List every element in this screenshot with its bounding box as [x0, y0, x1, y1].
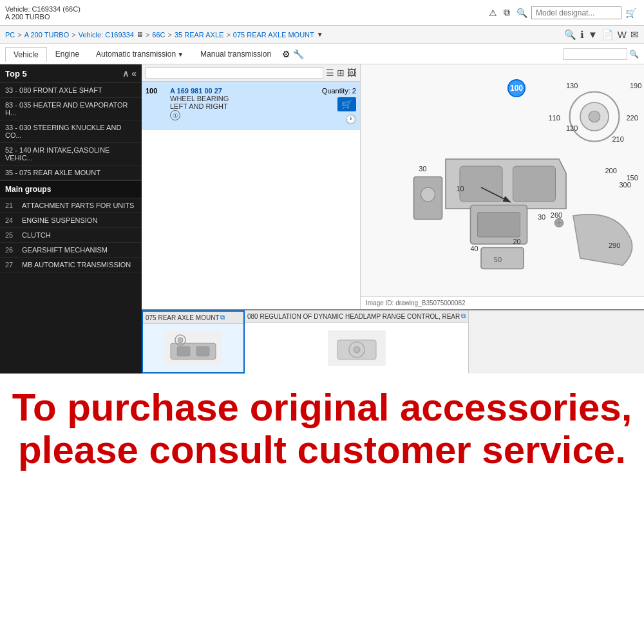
nav-tabs: Vehicle Engine Automatic transmission ▼ …	[0, 44, 644, 64]
diagram-image: 100 130 110 120 210	[361, 64, 644, 296]
tab-engine[interactable]: Engine	[47, 46, 88, 61]
top-bar: Vehicle: C169334 (66C) A 200 TURBO ⚠ ⧉ 🔍…	[0, 0, 644, 26]
breadcrumb-rear-axle[interactable]: 35 REAR AXLE	[175, 31, 223, 39]
svg-point-18	[421, 187, 435, 202]
thumbnail-075-label: 075 REAR AXLE MOUNT ⧉	[143, 312, 243, 324]
external-link-icon[interactable]: ⧉	[220, 314, 225, 321]
sidebar-group-27[interactable]: 27 MB AUTOMATIC TRANSMISSION	[0, 258, 142, 272]
parts-search-input[interactable]	[146, 67, 323, 79]
breadcrumb-actions: 🔍 ℹ ▼ 📄 W ✉	[564, 29, 639, 41]
collapse-icons: ∧ «	[122, 68, 137, 79]
search-icon[interactable]: 🔍	[514, 6, 530, 19]
svg-text:290: 290	[609, 242, 620, 249]
main-layout: Top 5 ∧ « 33 - 080 FRONT AXLE SHAFT 83 -…	[0, 64, 644, 374]
breadcrumb-vehicle[interactable]: Vehicle: C169334	[79, 31, 134, 39]
part-name: WHEEL BEARING	[170, 95, 317, 102]
image-view-icon[interactable]: 🖼	[347, 68, 356, 78]
svg-rect-12	[513, 166, 556, 202]
svg-point-43	[354, 346, 360, 353]
svg-text:10: 10	[457, 185, 464, 193]
thumbnail-075[interactable]: 075 REAR AXLE MOUNT ⧉	[142, 310, 245, 374]
parts-list-toolbar: ☰ ⊞ 🖼	[142, 64, 360, 82]
thumbnail-080-label: 080 REGULATION OF DYNAMIC HEADLAMP RANGE…	[245, 310, 468, 323]
part-code: A 169 981 00 27	[170, 87, 317, 95]
breadcrumb-vehicle-icon[interactable]: 🖥	[137, 31, 143, 38]
info-icon[interactable]: ℹ	[580, 29, 584, 41]
svg-rect-29	[481, 248, 524, 269]
bottom-thumbnails: 075 REAR AXLE MOUNT ⧉ 080 REGU	[142, 309, 644, 374]
sidebar-item-steering[interactable]: 33 - 030 STEERING KNUCKLE AND CO...	[0, 120, 142, 143]
svg-text:220: 220	[627, 114, 638, 122]
sidebar-group-25[interactable]: 25 CLUTCH	[0, 228, 142, 243]
part-info-icon[interactable]: ①	[170, 110, 180, 120]
export-icon[interactable]: 📄	[601, 29, 614, 41]
sidebar-item-air-intake[interactable]: 52 - 140 AIR INTAKE,GASOLINE VEHIC...	[0, 143, 142, 166]
zoom-reset-icon[interactable]: 🔍	[564, 29, 576, 41]
breadcrumb-model[interactable]: A 200 TURBO	[24, 31, 70, 39]
nav-search-icon: 🔍	[629, 50, 639, 59]
sidebar-group-21[interactable]: 21 ATTACHMENT PARTS FOR UNITS	[0, 198, 142, 213]
diagram-svg: 100 130 110 120 210	[361, 64, 644, 296]
sidebar-group-24[interactable]: 24 ENGINE SUSPENSION	[0, 213, 142, 228]
svg-text:110: 110	[549, 114, 560, 122]
thumbnail-075-image	[143, 324, 243, 372]
list-view-icon[interactable]: ☰	[326, 68, 334, 78]
thumbnail-080-image	[245, 323, 468, 374]
add-to-cart-button[interactable]: 🛒	[337, 97, 356, 111]
cart-icon[interactable]: 🛒	[623, 6, 639, 19]
svg-rect-36	[177, 346, 190, 356]
content-area: ☰ ⊞ 🖼 100 A 169 981 00 27 WHEEL BEARING …	[142, 64, 644, 374]
vehicle-info: Vehicle: C169334 (66C) A 200 TURBO	[5, 5, 80, 21]
tab-automatic-transmission[interactable]: Automatic transmission ▼	[88, 46, 192, 61]
svg-text:190: 190	[630, 82, 641, 90]
part-number: 100	[146, 87, 165, 95]
tab-vehicle[interactable]: Vehicle	[5, 47, 47, 62]
email-icon[interactable]: ✉	[630, 29, 639, 41]
collapse-all-icon[interactable]: «	[131, 68, 137, 79]
warning-icon[interactable]: ⚠	[486, 6, 500, 19]
breadcrumb-pc[interactable]: PC	[5, 31, 15, 39]
svg-point-6	[589, 111, 600, 122]
sidebar-group-26[interactable]: 26 GEARSHIFT MECHANISM	[0, 243, 142, 258]
svg-text:20: 20	[513, 238, 521, 245]
sidebar-item-rear-axle[interactable]: 35 - 075 REAR AXLE MOUNT	[0, 166, 142, 180]
main-groups-label: Main groups	[0, 180, 142, 198]
svg-text:260: 260	[551, 211, 562, 219]
external-link-icon-2[interactable]: ⧉	[461, 312, 466, 320]
svg-text:40: 40	[471, 245, 478, 252]
quantity-label: Quantity: 2	[322, 87, 356, 95]
sidebar-item-front-axle[interactable]: 33 - 080 FRONT AXLE SHAFT	[0, 83, 142, 98]
part-item-100[interactable]: 100 A 169 981 00 27 WHEEL BEARING LEFT A…	[142, 82, 360, 130]
top5-header: Top 5 ∧ «	[0, 64, 142, 83]
diagram-id: Image ID: drawing_B35075000082	[361, 296, 644, 309]
thumbnail-080[interactable]: 080 REGULATION OF DYNAMIC HEADLAMP RANGE…	[245, 310, 469, 374]
svg-rect-11	[460, 166, 502, 202]
svg-rect-37	[196, 346, 209, 356]
svg-rect-21	[478, 213, 520, 238]
svg-point-39	[178, 337, 183, 343]
svg-text:210: 210	[612, 135, 624, 143]
tab-manual-transmission[interactable]: Manual transmission	[192, 46, 279, 61]
breadcrumb-66c[interactable]: 66C	[152, 31, 165, 39]
collapse-up-icon[interactable]: ∧	[122, 68, 129, 79]
tools-icon[interactable]: 🔧	[293, 49, 304, 59]
copy-icon[interactable]: ⧉	[501, 6, 513, 19]
top5-label: Top 5	[5, 69, 27, 79]
filter-icon[interactable]: ▼	[588, 29, 598, 40]
model-search-input[interactable]	[531, 6, 621, 19]
part-subname: LEFT AND RIGHT	[170, 102, 317, 110]
grid-view-icon[interactable]: ⊞	[337, 68, 345, 78]
settings-icon[interactable]: ⚙	[282, 49, 290, 59]
parts-list: ☰ ⊞ 🖼 100 A 169 981 00 27 WHEEL BEARING …	[142, 64, 361, 309]
history-button[interactable]: 🕐	[345, 114, 356, 124]
diagram-area: 100 130 110 120 210	[361, 64, 644, 309]
part-details: A 169 981 00 27 WHEEL BEARING LEFT AND R…	[170, 87, 317, 120]
breadcrumb-dropdown-arrow[interactable]: ▼	[317, 31, 323, 38]
nav-search-input[interactable]	[563, 48, 627, 60]
promo-text-line1: To purchase original accessories,	[6, 386, 638, 429]
svg-text:30: 30	[538, 213, 545, 221]
sidebar-item-heater[interactable]: 83 - 035 HEATER AND EVAPORATOR H...	[0, 98, 142, 120]
wis-icon[interactable]: W	[618, 29, 627, 40]
chevron-down-icon: ▼	[177, 51, 184, 58]
breadcrumb-axle-mount[interactable]: 075 REAR AXLE MOUNT	[233, 31, 314, 39]
